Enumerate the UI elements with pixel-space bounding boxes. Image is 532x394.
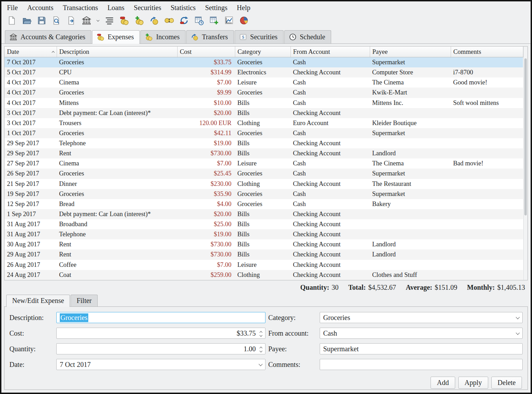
accounts-menu-chevron[interactable]: [95, 15, 101, 26]
date-combobox[interactable]: 7 Oct 2017: [56, 359, 265, 370]
table-row[interactable]: 1 Sep 2017Debt payment: Car Loan (intere…: [5, 209, 523, 219]
tab-new-edit-expense[interactable]: New/Edit Expense: [6, 295, 70, 307]
cost-spin-buttons[interactable]: [259, 330, 262, 336]
cell-payee: Kleider Boutique: [370, 118, 451, 128]
menu-transactions[interactable]: Transactions: [63, 4, 98, 12]
cost-spinbox[interactable]: $33.75: [56, 328, 265, 339]
vertical-scrollbar[interactable]: [523, 47, 528, 280]
tab-transfers[interactable]: Transfers: [186, 30, 234, 43]
cell-comments: [451, 189, 523, 199]
quantity-spin-buttons[interactable]: [259, 346, 262, 352]
cell-category: Leisure: [235, 77, 290, 88]
cell-payee: [370, 260, 451, 270]
table-row[interactable]: 27 Sep 2017Cinema$7.00LeisureCashThe Cin…: [5, 158, 523, 169]
cell-payee: Supermarket: [370, 169, 451, 179]
table-row[interactable]: 3 Oct 2017Trousers120.00 EURClothingEuro…: [5, 118, 523, 128]
tab-expenses[interactable]: Expenses: [92, 30, 140, 44]
column-header-comments[interactable]: Comments: [451, 47, 523, 57]
table-row[interactable]: 4 Oct 2017Mittens$10.00BillsCashMittens …: [5, 98, 523, 108]
menu-help[interactable]: Help: [237, 4, 251, 12]
table-row[interactable]: 29 Sep 2017Telephone$19.00BillsChecking …: [5, 138, 523, 148]
table-row[interactable]: 1 Oct 2017Groceries$42.11GroceriesCashSu…: [5, 128, 523, 138]
table-row[interactable]: 31 Aug 2017Broadband$25.00BillsChecking …: [5, 219, 523, 229]
table-row[interactable]: 24 Aug 2017Coat$259.00ClothingChecking A…: [5, 270, 523, 280]
export-file-button[interactable]: [65, 15, 78, 26]
menu-loans[interactable]: Loans: [107, 4, 124, 12]
column-header-from-account[interactable]: From Account: [290, 47, 370, 57]
transaction-list-button[interactable]: [103, 15, 116, 26]
payee-input[interactable]: Supermarket: [320, 343, 523, 354]
tab-schedule[interactable]: Schedule: [284, 30, 331, 43]
column-header-date[interactable]: Date: [5, 47, 57, 57]
pie-chart-report-button[interactable]: [238, 15, 250, 26]
cell-payee: Landlord: [370, 249, 451, 260]
table-row[interactable]: 21 Sep 2017Dinner$230.00ClothingChecking…: [5, 179, 523, 189]
tab-securities[interactable]: $ Securities: [235, 30, 284, 43]
save-file-button[interactable]: [35, 15, 48, 26]
split-transaction-button[interactable]: [163, 15, 175, 26]
add-button[interactable]: Add: [431, 377, 455, 389]
cell-from_account: Cash: [290, 57, 370, 68]
cell-description: Coat: [57, 270, 177, 280]
table-row[interactable]: 29 Sep 2017Rent$730.00BillsChecking Acco…: [5, 148, 523, 158]
new-expense-button[interactable]: [118, 15, 131, 26]
cell-comments: [451, 88, 523, 98]
category-combobox[interactable]: Groceries: [320, 312, 523, 323]
new-file-button[interactable]: [6, 15, 18, 26]
from-account-combobox[interactable]: Cash: [320, 328, 523, 339]
menu-file[interactable]: File: [7, 4, 18, 12]
table-row[interactable]: 3 Oct 2017Debt payment: Car Loan (intere…: [5, 108, 523, 118]
new-refund-button[interactable]: [178, 15, 190, 26]
scrollbar-handle[interactable]: [524, 58, 527, 215]
table-row[interactable]: 12 Sep 2017Bread$4.00GroceriesCashBakery: [5, 199, 523, 209]
menu-accounts[interactable]: Accounts: [27, 4, 54, 12]
quantity-value: 1.00: [60, 345, 259, 353]
chart-report-button[interactable]: [223, 15, 235, 26]
table-row[interactable]: 31 Aug 2017Telephone$19.00BillsChecking …: [5, 229, 523, 239]
delete-button[interactable]: Delete: [491, 377, 522, 389]
quantity-spinbox[interactable]: 1.00: [56, 343, 265, 354]
table-row[interactable]: 7 Oct 2017Groceries$33.75GroceriesCashSu…: [5, 57, 523, 68]
date-value: 7 Oct 2017: [60, 361, 91, 369]
table-row[interactable]: 26 Aug 2017Coffee$7.00LeisureChecking Ac…: [5, 260, 523, 270]
tab-incomes[interactable]: Incomes: [140, 30, 186, 43]
new-file-icon: [7, 16, 17, 25]
table-row[interactable]: 5 Oct 2017CPU$314.99ElectronicsChecking …: [5, 67, 523, 77]
new-income-button[interactable]: [133, 15, 146, 26]
table-row[interactable]: 4 Oct 2017Groceries$9.99GroceriesCashKwi…: [5, 88, 523, 98]
accounts-button[interactable]: [80, 15, 93, 26]
cell-date: 4 Oct 2017: [5, 98, 57, 108]
schedule-transaction-button[interactable]: [193, 15, 205, 26]
cell-payee: Computer Store: [370, 67, 451, 77]
cell-cost: $259.00: [177, 270, 235, 280]
cell-description: Groceries: [57, 88, 177, 98]
cell-category: Electronics: [235, 67, 290, 77]
menu-securities[interactable]: Securities: [134, 4, 161, 12]
column-header-payee[interactable]: Payee: [370, 47, 451, 57]
new-schedule-button[interactable]: [208, 15, 220, 26]
tab-filter[interactable]: Filter: [71, 295, 97, 306]
new-transfer-button[interactable]: [148, 15, 161, 26]
menu-statistics[interactable]: Statistics: [171, 4, 196, 12]
tab-accounts-categories[interactable]: Accounts & Categories: [5, 30, 91, 43]
table-row[interactable]: 30 Aug 2017Rent$730.00BillsChecking Acco…: [5, 239, 523, 249]
column-header-description[interactable]: Description: [57, 47, 177, 57]
comments-input[interactable]: [320, 359, 523, 370]
table-row[interactable]: 29 Aug 2017Rent$730.00BillsChecking Acco…: [5, 249, 523, 260]
column-header-category[interactable]: Category: [235, 47, 290, 57]
cell-date: 29 Sep 2017: [5, 148, 57, 158]
cell-category: Bills: [235, 249, 290, 260]
tab-label: Transfers: [202, 33, 228, 41]
apply-button[interactable]: Apply: [458, 377, 488, 389]
print-preview-button[interactable]: [50, 15, 63, 26]
column-header-cost[interactable]: Cost: [177, 47, 235, 57]
cell-cost: $9.99: [177, 88, 235, 98]
spin-down-icon: [260, 334, 262, 336]
table-row[interactable]: 19 Sep 2017Groceries$35.90GroceriesCashS…: [5, 189, 523, 199]
open-file-button[interactable]: [21, 15, 33, 26]
menu-settings[interactable]: Settings: [205, 4, 227, 12]
description-input[interactable]: Groceries: [56, 312, 265, 323]
table-row[interactable]: 26 Sep 2017Groceries$25.45GroceriesCashS…: [5, 169, 523, 179]
cell-date: 30 Aug 2017: [5, 239, 57, 249]
table-row[interactable]: 4 Oct 2017Cinema$7.00LeisureCashThe Cine…: [5, 77, 523, 88]
